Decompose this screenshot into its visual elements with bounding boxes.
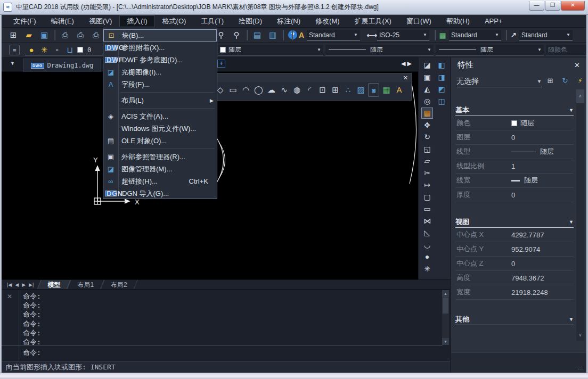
resize-grip-icon[interactable]: .:: [577, 365, 583, 370]
property-value[interactable]: 0 [511, 191, 515, 199]
extend-icon[interactable]: ↦ [421, 179, 433, 191]
linetype-combo[interactable]: 随层 ▼ [325, 45, 434, 55]
zoom-window-icon[interactable]: ⚲ [216, 30, 226, 40]
close-icon[interactable]: ✕ [403, 74, 408, 81]
menu-item-block[interactable]: ⊡块(B)... [103, 29, 217, 42]
text-style-icon[interactable]: A [296, 30, 307, 40]
circle-icon[interactable]: ◯ [253, 83, 264, 97]
blend-curves-icon[interactable]: ● [421, 251, 433, 262]
menu-item-raster-image[interactable]: ◪光栅图像(I)... [103, 66, 217, 78]
color-combo[interactable]: 随层 ▼ [218, 45, 323, 55]
menubar-item-0[interactable]: 文件(F) [6, 15, 44, 27]
new-tab-button[interactable]: + [217, 60, 225, 68]
explode-icon[interactable]: ✳ [421, 263, 433, 275]
revcloud-icon[interactable]: ☁ [266, 83, 277, 97]
layer-color-swatch[interactable] [77, 47, 83, 53]
print-preview-icon[interactable]: ⎙ [75, 30, 86, 40]
property-value[interactable]: 4292.7787 [511, 231, 544, 239]
menubar-item-9[interactable]: 扩展工具(X) [347, 15, 399, 27]
menu-item-wmf[interactable]: Windows 图元文件(W)... [103, 122, 217, 135]
hatch-icon[interactable]: ▨ [355, 83, 366, 97]
quick-select-icon[interactable]: ⊞ [545, 76, 556, 86]
section-header[interactable]: 基本▼ [455, 104, 574, 116]
command-window[interactable]: ✕ 命令:命令:命令:命令:命令:命令: 命令: ▲ ▼ [2, 289, 450, 361]
layout-tab-2[interactable]: 布局2 [102, 280, 136, 290]
new-file-icon[interactable]: ⊞ [8, 30, 19, 40]
menubar-item-3[interactable]: 插入(I) [119, 15, 154, 27]
properties-scrollbar[interactable]: ∧ ∨ [576, 89, 584, 341]
close-icon[interactable]: ✕ [574, 61, 580, 69]
command-prompt[interactable]: 命令: [23, 348, 41, 358]
draworder-bring-front-icon[interactable]: ◧ [436, 60, 447, 71]
offset-icon[interactable]: ◎ [421, 96, 433, 107]
menu-item-layout[interactable]: 布局(L)▶ [103, 94, 217, 106]
layer-freeze-vp-icon[interactable]: ▫ [52, 45, 62, 55]
print-icon[interactable]: ⎙ [60, 30, 70, 40]
property-value[interactable]: 1 [511, 162, 515, 170]
menu-item-image-manager[interactable]: ◪图像管理器(M)... [103, 163, 217, 175]
menubar-item-10[interactable]: 窗口(W) [399, 15, 439, 27]
layer-properties-icon[interactable]: ≡ [9, 45, 20, 55]
trim-icon[interactable]: ✂ [421, 168, 433, 179]
layer-combo[interactable]: ●✳▫⊔0 [25, 45, 104, 55]
mtext-icon[interactable]: A [394, 83, 405, 97]
dim-style-combo[interactable]: ISO-25▼ [377, 30, 429, 40]
menu-item-xref-manager[interactable]: ▣外部参照管理器(R)... [103, 151, 217, 163]
draw-toolbar-titlebar[interactable]: ✕ [213, 73, 411, 82]
arc-icon[interactable]: ◠ [240, 83, 251, 97]
layout-tab-0[interactable]: 模型 [39, 280, 69, 290]
make-block-icon[interactable]: ⊞ [330, 83, 341, 97]
erase-icon[interactable]: ◪ [421, 60, 433, 71]
command-scrollbar[interactable]: ▲ ▼ [442, 290, 449, 345]
break-at-point-icon[interactable]: ▢ [421, 192, 433, 203]
layer-on-bulb-icon[interactable]: ● [26, 45, 37, 55]
quickcalc-icon[interactable]: ▤ [252, 30, 263, 40]
collapse-arrow-icon[interactable]: ▼ [569, 219, 574, 225]
collapse-arrow-icon[interactable]: ▼ [569, 108, 574, 113]
layout-tab-1[interactable]: 布局1 [69, 280, 102, 290]
scroll-up-icon[interactable]: ▲ [442, 290, 449, 297]
menubar-item-8[interactable]: 修改(M) [308, 15, 347, 27]
fillet-icon[interactable]: ◡ [421, 240, 433, 251]
close-icon[interactable]: ✕ [7, 293, 12, 300]
property-value[interactable]: 0 [511, 134, 515, 142]
menubar-item-2[interactable]: 视图(V) [81, 15, 119, 27]
menu-item-acis[interactable]: ◈ACIS 文件(A)... [103, 110, 217, 122]
property-value[interactable]: 7948.3672 [511, 274, 544, 282]
stretch-icon[interactable]: ▱ [421, 155, 433, 167]
layout-nav-icon[interactable]: |◀ [7, 282, 12, 287]
menu-item-xattach[interactable]: DWG参照附着(X)... [103, 42, 217, 54]
scroll-down-icon[interactable]: ▼ [442, 338, 449, 345]
property-value[interactable]: 0 [511, 260, 515, 268]
layout-nav-icon[interactable]: ◀ [15, 282, 19, 287]
collapse-arrow-icon[interactable]: ▼ [569, 317, 574, 322]
menu-item-hyperlink[interactable]: ∞超链接(H)...Ctrl+K [103, 175, 217, 187]
layout-nav-icon[interactable]: ▶| [29, 282, 34, 287]
spline-icon[interactable]: ∿ [279, 83, 290, 97]
mleader-style-combo[interactable]: Standard▼ [519, 30, 573, 40]
plot-icon[interactable]: ⎙ [91, 30, 101, 40]
mleader-style-icon[interactable]: ↗ [508, 30, 519, 40]
ellipse-arc-icon[interactable]: ◜ [304, 83, 315, 97]
menu-item-ole[interactable]: ▤OLE 对象(O)... [103, 135, 217, 147]
save-icon[interactable]: ▣ [39, 30, 50, 40]
layer-thaw-sun-icon[interactable]: ✳ [39, 45, 50, 55]
draworder-below-icon[interactable]: ◫ [436, 96, 447, 107]
property-value[interactable]: 随层 [511, 118, 534, 128]
region-icon[interactable]: ◙ [368, 83, 379, 97]
ellipse-icon[interactable]: ◍ [291, 83, 303, 97]
property-value[interactable]: 952.9074 [511, 245, 540, 253]
draworder-above-icon[interactable]: ◩ [436, 84, 447, 95]
text-style-combo[interactable]: Standard▼ [307, 30, 360, 40]
draworder-send-back-icon[interactable]: ◨ [436, 72, 447, 83]
menubar-item-12[interactable]: APP+ [477, 16, 510, 26]
menubar-item-5[interactable]: 工具(T) [193, 15, 231, 27]
restore-button[interactable]: ❐ [545, 1, 560, 11]
join-icon[interactable]: ⋈ [421, 216, 433, 227]
mirror-icon[interactable]: ◭ [421, 84, 433, 95]
properties-titlebar[interactable]: 特性 ✕ [451, 57, 586, 72]
table-icon[interactable]: ▦ [381, 83, 392, 97]
menubar-item-7[interactable]: 标注(N) [270, 15, 308, 27]
menubar-item-11[interactable]: 帮助(H) [439, 15, 477, 27]
selection-dropdown[interactable]: 无选择 ▼ [456, 76, 542, 87]
